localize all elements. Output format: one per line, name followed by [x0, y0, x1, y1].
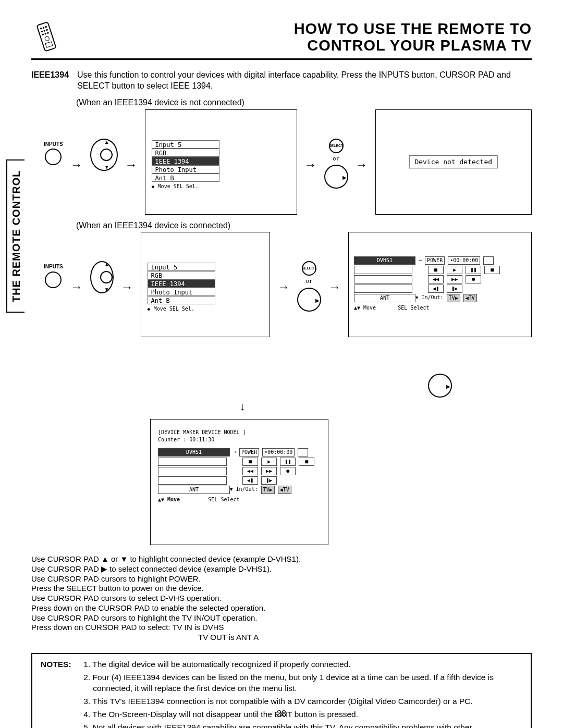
osd-input-menu: Input 5 RGB IEEE 1394 Photo Input Ant B … — [145, 109, 297, 215]
cursor-pad-right-icon: ▶ — [428, 374, 452, 398]
arrow-icon: → — [328, 279, 341, 398]
ieee-label: IEEE1394 — [31, 69, 73, 92]
svg-point-9 — [47, 32, 48, 34]
cursor-pad-right-icon: ▶ — [324, 165, 348, 189]
when-not-connected: (When an IEEE1394 device is not connecte… — [76, 97, 532, 108]
svg-point-1 — [40, 28, 42, 29]
page-title: HOW TO USE THE REMOTE TO CONTROL YOUR PL… — [294, 21, 532, 54]
page-number: 38 — [0, 709, 563, 719]
inputs-button-icon — [45, 149, 62, 165]
page-header: HOW TO USE THE REMOTE TO CONTROL YOUR PL… — [31, 21, 532, 60]
arrow-icon: → — [125, 156, 138, 215]
not-detected-text: Device not detected — [409, 155, 498, 169]
svg-point-6 — [46, 29, 48, 31]
arrow-icon: → — [356, 156, 368, 215]
notes-label: NOTES: — [41, 659, 81, 670]
remote-control-icon — [31, 21, 63, 52]
arrow-icon: → — [304, 156, 317, 215]
cursor-pad-icon: ▲▼ — [90, 261, 114, 293]
osd-not-detected: Device not detected — [375, 109, 532, 215]
arrow-icon: → — [277, 279, 290, 398]
select-button-icon: SELECT — [329, 139, 344, 153]
svg-point-2 — [43, 27, 44, 29]
arrow-icon: → — [70, 279, 83, 398]
cursor-pad-icon: ▲▼ — [90, 139, 118, 171]
when-connected: (When an IEEE1394 device is connected) — [76, 220, 532, 231]
ieee-paragraph: IEEE1394 Use this function to control yo… — [31, 69, 532, 92]
svg-point-4 — [41, 31, 43, 32]
note-item: 3. This TV's IEEE1394 connection is not … — [83, 696, 521, 707]
or-label: or — [333, 155, 339, 163]
dvhs-control-panel: DVHS1 → POWER •00:00:00 ■ ▶ ❚❚ ■ ◀◀ ▶▶ ●… — [348, 232, 532, 337]
note-item: 2. Four (4) IEEE1394 devices can be list… — [83, 672, 521, 694]
diagram-not-connected: INPUTS → ▲▼ → Input 5 RGB IEEE 1394 Phot… — [44, 109, 532, 215]
arrow-icon: → — [121, 279, 133, 398]
instructions-block: Use CURSOR PAD ▲ or ▼ to highlight conne… — [31, 554, 532, 643]
side-tab: THE REMOTE CONTROL — [6, 159, 25, 313]
note-item: 5. Not all devices with IEEE1394 capabil… — [83, 722, 521, 728]
dvhs-expanded-panel: [DEVICE MAKER DEVICE MODEL ] Counter : 0… — [150, 419, 328, 545]
svg-point-7 — [42, 34, 44, 35]
svg-point-8 — [45, 33, 46, 34]
diagram-connected: INPUTS → ▲▼ → Input 5 RGB IEEE 1394 Phot… — [44, 232, 532, 398]
down-arrow-icon: ↓ — [240, 400, 245, 414]
osd-input-menu: Input 5 RGB IEEE 1394 Photo Input Ant B … — [141, 232, 270, 337]
svg-point-5 — [44, 30, 45, 31]
note-item: 1. The digital device will be automatica… — [83, 659, 521, 670]
cursor-pad-right-icon: ▶ — [297, 288, 321, 312]
inputs-label: INPUTS — [44, 141, 63, 148]
inputs-button-icon — [45, 272, 62, 288]
arrow-icon: → — [70, 156, 83, 215]
svg-point-3 — [45, 26, 47, 28]
ieee-desc: Use this function to control your device… — [77, 69, 532, 92]
select-button-icon: SELECT — [302, 261, 316, 276]
